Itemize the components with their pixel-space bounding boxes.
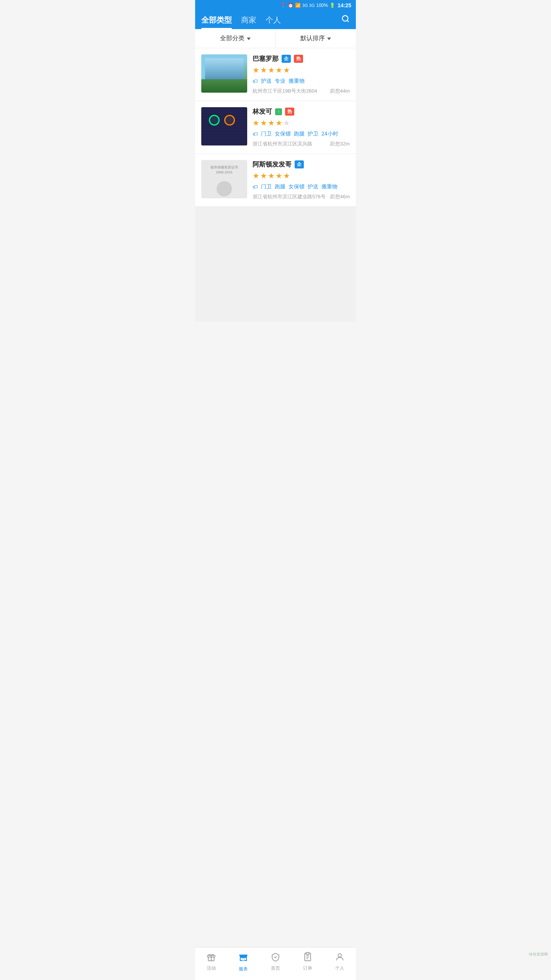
nav-label-home: 首页: [271, 965, 280, 972]
listing-list: 巴塞罗那 企 热 ★ ★ ★ ★ ★ 🏷 护送 专业 搬重物: [195, 48, 356, 207]
img3-text: 镇市保镖资质证书2005-2015: [207, 162, 241, 178]
empty-space: [195, 207, 356, 322]
tag-2-1: 门卫: [261, 131, 272, 137]
stars-3: ★ ★ ★ ★ ★: [253, 171, 350, 180]
nav-item-profile[interactable]: 个人: [324, 951, 356, 974]
star-2-5: ★: [283, 118, 290, 127]
tag-2-4: 护卫: [308, 131, 318, 137]
search-button[interactable]: [341, 15, 350, 29]
tag-3-2: 跑腿: [275, 183, 285, 190]
star-1-4: ★: [276, 65, 282, 75]
list-item[interactable]: 巴塞罗那 企 热 ★ ★ ★ ★ ★ 🏷 护送 专业 搬重物: [195, 48, 356, 101]
tag-2-5: 24小时: [321, 131, 338, 137]
svg-rect-10: [306, 952, 310, 954]
tag-icon-3: 🏷: [253, 184, 258, 190]
item-title-2: 林发可: [253, 107, 272, 116]
category-label: 全部分类: [220, 34, 245, 42]
status-icons: 📍 ⏰ 📶 3G 3G 100% 🔋: [280, 3, 335, 8]
svg-point-0: [342, 16, 348, 21]
store-icon: [238, 952, 249, 964]
badge-enterprise-1: 企: [282, 55, 291, 63]
wifi-icon: 📶: [295, 3, 301, 8]
tag-3-4: 护送: [308, 183, 318, 190]
location-icon: 📍: [280, 3, 286, 8]
item-info-3: 阿斯顿发发哥 企 ★ ★ ★ ★ ★ 🏷 门卫 跑腿 女保镖 护送 搬重物: [253, 160, 350, 200]
item-title-row-1: 巴塞罗那 企 热: [253, 54, 350, 63]
item-title-row-3: 阿斯顿发发哥 企: [253, 160, 350, 169]
star-3-2: ★: [260, 171, 267, 180]
sort-filter[interactable]: 默认排序: [276, 29, 356, 48]
gift-icon: [206, 952, 216, 964]
stars-2: ★ ★ ★ ★ ★: [253, 118, 350, 127]
star-2-2: ★: [260, 118, 267, 127]
item-tags-3: 🏷 门卫 跑腿 女保镖 护送 搬重物: [253, 183, 350, 190]
item-image-3: 镇市保镖资质证书2005-2015: [201, 160, 247, 198]
header: 全部类型 商家 个人: [195, 11, 356, 29]
nav-label-order: 订单: [303, 965, 312, 972]
star-2-3: ★: [268, 118, 275, 127]
nav-item-order[interactable]: 订单: [292, 951, 324, 974]
tag-1-2: 专业: [275, 78, 285, 85]
tag-3-1: 门卫: [261, 183, 272, 190]
tag-1-3: 搬重物: [289, 78, 305, 85]
item-title-3: 阿斯顿发发哥: [253, 160, 292, 169]
item-distance-3: 距您46m: [330, 193, 350, 200]
item-distance-2: 距您32m: [330, 140, 350, 147]
tag-3-3: 女保镖: [289, 183, 305, 190]
clipboard-icon: [303, 952, 313, 964]
tab-all-types[interactable]: 全部类型: [201, 15, 232, 29]
tag-2-3: 跑腿: [294, 131, 305, 137]
item-tags-2: 🏷 门卫 女保镖 跑腿 护卫 24小时: [253, 131, 350, 137]
star-2-4: ★: [276, 118, 282, 127]
alarm-icon: ⏰: [288, 3, 293, 8]
tab-merchant[interactable]: 商家: [241, 15, 256, 29]
star-1-5: ★: [283, 65, 290, 75]
shield-icon: [271, 952, 280, 964]
img3-seal: [217, 181, 232, 196]
list-item[interactable]: 林发可 ↑ 热 ★ ★ ★ ★ ★ 🏷 门卫 女保镖 跑腿 护卫: [195, 101, 356, 154]
tag-icon-2: 🏷: [253, 131, 258, 137]
battery-icon: 🔋: [329, 3, 335, 8]
item-title-row-2: 林发可 ↑ 热: [253, 107, 350, 116]
sort-arrow-icon: [327, 38, 331, 40]
item-tags-1: 🏷 护送 专业 搬重物: [253, 78, 350, 85]
item-address-3: 浙江省杭州市滨江区建业路576号: [253, 193, 327, 200]
status-bar: 📍 ⏰ 📶 3G 3G 100% 🔋 14:25: [195, 0, 356, 11]
item-address-2: 浙江省杭州市滨江区滨兴路: [253, 140, 327, 147]
img3-content: 镇市保镖资质证书2005-2015: [201, 160, 247, 198]
nav-item-home[interactable]: 首页: [259, 951, 292, 974]
header-tabs: 全部类型 商家 个人: [201, 15, 281, 29]
star-1-2: ★: [260, 65, 267, 75]
status-time: 14:25: [337, 2, 351, 8]
item-title-1: 巴塞罗那: [253, 54, 279, 63]
img2-circle-right: [224, 115, 235, 126]
star-3-1: ★: [253, 171, 259, 180]
person-icon: [335, 952, 345, 964]
item-info-2: 林发可 ↑ 热 ★ ★ ★ ★ ★ 🏷 门卫 女保镖 跑腿 护卫: [253, 107, 350, 147]
item-distance-1: 距您44m: [330, 88, 350, 95]
star-3-4: ★: [276, 171, 282, 180]
filter-bar: 全部分类 默认排序: [195, 29, 356, 48]
star-3-3: ★: [268, 171, 275, 180]
category-filter[interactable]: 全部分类: [195, 29, 276, 48]
item-image-2: [201, 107, 247, 145]
item-address-row-2: 浙江省杭州市滨江区滨兴路 距您32m: [253, 140, 350, 147]
signal-label: 3G 3G: [302, 3, 315, 8]
tag-2-2: 女保镖: [275, 131, 291, 137]
tag-icon-1: 🏷: [253, 78, 258, 84]
nav-item-activity[interactable]: 活动: [195, 951, 227, 974]
svg-point-11: [338, 954, 342, 957]
badge-hot-2: 热: [285, 108, 294, 116]
nav-label-profile: 个人: [335, 965, 344, 972]
list-item[interactable]: 镇市保镖资质证书2005-2015 阿斯顿发发哥 企 ★ ★ ★ ★ ★ 🏷: [195, 154, 356, 207]
item-address-1: 杭州市江干区19B号大街2604: [253, 88, 327, 95]
img2-pattern: [201, 107, 247, 145]
nav-item-service[interactable]: 服务: [227, 951, 259, 974]
stars-1: ★ ★ ★ ★ ★: [253, 65, 350, 75]
item-address-row-1: 杭州市江干区19B号大街2604 距您44m: [253, 88, 350, 95]
badge-up-2: ↑: [275, 108, 282, 115]
content-area: 巴塞罗那 企 热 ★ ★ ★ ★ ★ 🏷 护送 专业 搬重物: [195, 48, 356, 947]
badge-enterprise-3: 企: [295, 160, 304, 168]
tab-personal[interactable]: 个人: [266, 15, 281, 29]
badge-hot-1: 热: [294, 55, 303, 63]
